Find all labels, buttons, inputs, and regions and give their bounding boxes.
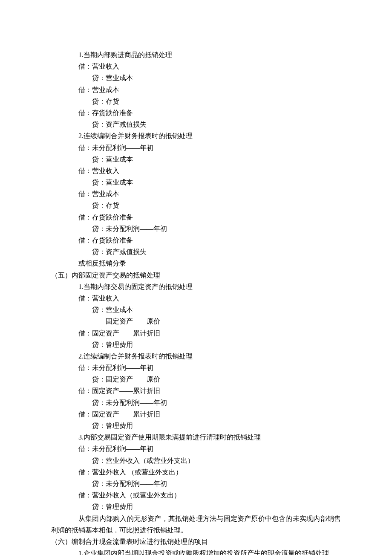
- text-line: 1.当期内部交易的固定资产的抵销处理: [51, 281, 341, 292]
- text-line: 贷：营业成本: [51, 153, 341, 165]
- text-line: 1.企业集团内部当期以现金投资或收购股权增加的投资所产生的现金流量的抵销处理: [51, 547, 341, 555]
- content-tail: （六）编制合并现金流量表时应进行抵销处理的项目1.企业集团内部当期以现金投资或收…: [51, 536, 341, 555]
- text-line: 贷：资产减值损失: [51, 246, 341, 257]
- text-line: 贷：管理费用: [51, 501, 341, 512]
- text-line: 借：存货跌价准备: [51, 107, 341, 119]
- text-line: 固定资产——原价: [51, 315, 341, 327]
- text-line: 贷：管理费用: [51, 420, 341, 431]
- text-line: 借：固定资产——累计折旧: [51, 385, 341, 396]
- text-line: 3.内部交易固定资产使用期限未满提前进行清理时的抵销处理: [51, 431, 341, 443]
- text-line: 借：未分配利润——年初: [51, 443, 341, 454]
- text-line: 贷：未分配利润——年初: [51, 223, 341, 234]
- text-line: 贷：未分配利润——年初: [51, 478, 341, 489]
- text-line: 借：未分配利润——年初: [51, 362, 341, 373]
- text-line: 借：营业收入: [51, 165, 341, 176]
- text-line: 借：存货跌价准备: [51, 211, 341, 223]
- text-line: 贷：存货: [51, 95, 341, 107]
- text-line: 2.连续编制合并财务报表时的抵销处理: [51, 350, 341, 362]
- text-line: 贷：营业成本: [51, 72, 341, 84]
- text-line: 借：固定资产——累计折旧: [51, 408, 341, 420]
- text-line: 贷：存货: [51, 199, 341, 211]
- text-line: 1.当期内部购进商品的抵销处理: [51, 49, 341, 61]
- text-line: 贷：资产减值损失: [51, 119, 341, 130]
- content-lines: 1.当期内部购进商品的抵销处理借：营业收入贷：营业成本借：营业成本贷：存货借：存…: [51, 49, 341, 513]
- text-line: （六）编制合并现金流量表时应进行抵销处理的项目: [51, 536, 341, 547]
- text-line: 借：营业成本: [51, 84, 341, 95]
- document-page: 1.当期内部购进商品的抵销处理借：营业收入贷：营业成本借：营业成本贷：存货借：存…: [0, 0, 392, 555]
- text-line: 借：营业收入: [51, 61, 341, 72]
- text-line: 贷：管理费用: [51, 339, 341, 350]
- text-line: 贷：未分配利润——年初: [51, 397, 341, 408]
- text-line: 贷：固定资产——原价: [51, 373, 341, 385]
- text-line: 借：营业外收入 （或营业外支出）: [51, 466, 341, 478]
- text-line: 借：未分配利润——年初: [51, 142, 341, 153]
- text-line: （五）内部固定资产交易的抵销处理: [51, 269, 341, 281]
- text-line: 借：营业收入: [51, 292, 341, 304]
- text-line: 借：营业外收入（或营业外支出）: [51, 489, 341, 501]
- paragraph-text: 从集团内部购入的无形资产，其抵销处理方法与固定资产原价中包含的未实现内部销售利润…: [51, 513, 341, 536]
- text-line: 借：固定资产——累计折旧: [51, 327, 341, 339]
- text-line: 借：存货跌价准备: [51, 234, 341, 246]
- text-line: 贷：营业成本: [51, 176, 341, 188]
- text-line: 2.连续编制合并财务报表时的抵销处理: [51, 130, 341, 142]
- text-line: 借：营业成本: [51, 188, 341, 199]
- text-line: 贷：营业成本: [51, 304, 341, 315]
- text-line: 贷：营业外收入（或营业外支出）: [51, 455, 341, 466]
- text-line: 或相反抵销分录: [51, 257, 341, 269]
